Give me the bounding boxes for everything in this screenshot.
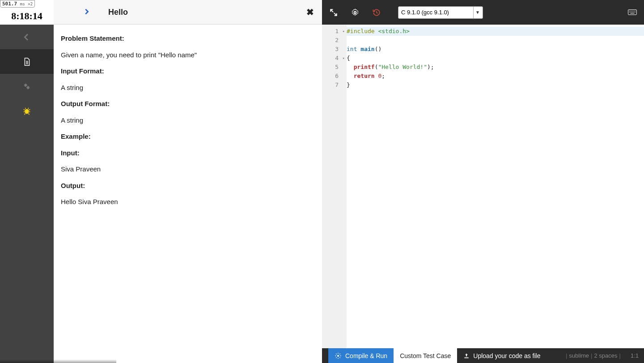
token: ); [427,64,434,70]
cursor-position: 1:1 [631,352,639,359]
token: int [347,46,360,52]
token: <stdio.h> [378,28,409,34]
code-content[interactable]: #include <stdio.h> int main() { printf("… [347,25,644,348]
code-editor[interactable]: 1 2 3 4 5 6 7 #include <stdio.h> int mai… [322,25,644,348]
example-output: Hello Siva Praveen [61,197,315,207]
label-example: Example: [61,132,315,142]
editor-toolbar: C 9.1.0 (gcc 9.1.0) ▼ [322,0,644,25]
gear-icon [335,352,342,359]
compile-run-button[interactable]: Compile & Run [328,348,394,363]
chevron-right-icon[interactable] [83,6,90,18]
label-input: Input: [61,148,315,158]
token: () [375,46,382,52]
problem-body: Problem Statement: Given a name, you nee… [54,25,322,222]
token: ; [381,73,385,79]
svg-point-2 [25,109,29,114]
custom-test-label: Custom Test Case [400,352,451,359]
code-line[interactable]: return 0; [347,72,644,81]
example-input: Siva Praveen [61,164,315,175]
gear-icon[interactable] [351,8,360,17]
label-input-format: Input Format: [61,66,315,77]
svg-point-4 [337,355,339,357]
line-number[interactable]: 6 [322,72,347,81]
code-line[interactable]: } [347,81,644,90]
problem-header: Hello ✖ [54,0,322,25]
upload-button[interactable]: Upload your code as file [457,348,547,363]
token: } [347,81,350,88]
output-format-text: A string [61,115,315,126]
code-line[interactable] [347,36,644,45]
status-mode[interactable]: sublime [569,352,589,359]
token: printf [354,64,375,70]
upload-icon [463,353,470,359]
token: return [354,73,378,79]
left-rail: 8:18:14 [0,0,54,363]
token [347,64,354,70]
problem-title: Hello [108,8,128,17]
editor-pane: C 9.1.0 (gcc 9.1.0) ▼ 1 2 3 4 5 6 7 #inc… [322,0,644,363]
perf-ms: 501.7 [2,1,17,7]
editor-status: | sublime | 2 spaces | 1:1 [566,348,644,363]
line-number[interactable]: 2 [322,36,347,45]
upload-label: Upload your code as file [473,352,540,359]
problem-pane: Hello ✖ Problem Statement: Given a name,… [54,0,322,363]
code-line[interactable]: #include <stdio.h> [347,27,644,36]
chevron-down-icon: ▼ [473,7,480,18]
statement-text: Given a name, you need to print "Hello n… [61,50,315,60]
back-button[interactable] [0,25,54,49]
line-number[interactable]: 3 [322,45,347,54]
label-output-format: Output Format: [61,99,315,109]
label-output: Output: [61,181,315,191]
label-statement: Problem Statement: [61,34,315,44]
problem-tab[interactable] [0,49,54,74]
keyboard-icon[interactable] [628,8,637,17]
line-number[interactable]: 1 [322,27,347,36]
line-number[interactable]: 5 [322,63,347,72]
input-format-text: A string [61,83,315,93]
code-line[interactable]: printf("Hello World!"); [347,63,644,72]
token: "Hello World!" [378,64,427,70]
fullscreen-icon[interactable] [329,8,338,17]
perf-unit: ms [20,2,25,6]
code-line[interactable]: { [347,54,644,63]
history-icon[interactable] [372,8,381,17]
gutter: 1 2 3 4 5 6 7 [322,25,347,348]
svg-point-0 [24,84,27,86]
status-indent[interactable]: 2 spaces [594,352,617,359]
token: #include [347,28,378,34]
token [347,73,354,79]
language-select[interactable]: C 9.1.0 (gcc 9.1.0) ▼ [398,6,483,19]
close-icon[interactable]: ✖ [306,7,314,17]
custom-test-button[interactable]: Custom Test Case [394,348,457,363]
token: main [360,46,374,52]
perf-badge: 501.7 ms ×2 [0,0,35,8]
compile-run-label: Compile & Run [345,352,387,359]
line-number[interactable]: 4 [322,54,347,63]
bottom-shadow [0,359,116,363]
editor-footer: Compile & Run Custom Test Case Upload yo… [322,348,644,363]
perf-mult: ×2 [28,2,33,6]
settings-tab[interactable] [0,74,54,98]
svg-point-1 [27,86,30,89]
code-line[interactable]: int main() [347,45,644,54]
line-number[interactable]: 7 [322,81,347,90]
token: { [347,55,350,61]
debug-tab[interactable] [0,98,54,123]
language-value: C 9.1.0 (gcc 9.1.0) [401,9,449,16]
